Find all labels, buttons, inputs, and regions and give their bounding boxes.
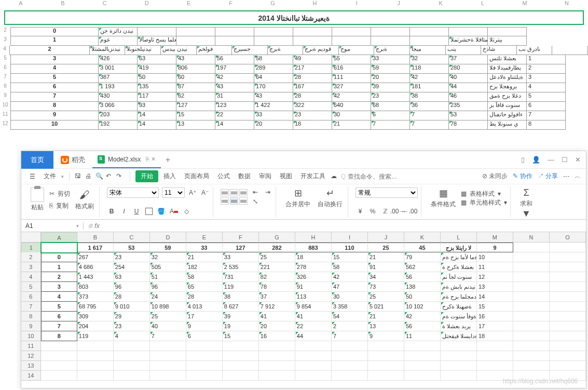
cell[interactable] bbox=[441, 371, 477, 381]
cell[interactable]: 2 bbox=[332, 321, 368, 331]
cell[interactable] bbox=[513, 341, 550, 351]
cell[interactable]: 9 854 bbox=[295, 302, 332, 312]
cell[interactable]: 309 bbox=[77, 312, 114, 321]
col-header[interactable]: C bbox=[114, 232, 150, 242]
cell[interactable] bbox=[150, 351, 186, 361]
redo-icon[interactable]: ↷ bbox=[116, 172, 125, 181]
cell[interactable]: سنوت لجأ نم bbox=[441, 272, 477, 282]
cell[interactable] bbox=[41, 243, 77, 253]
save-icon[interactable]: 🖫 bbox=[75, 172, 83, 181]
cell[interactable]: 4 bbox=[41, 292, 77, 302]
clear-format[interactable]: ◇ bbox=[182, 207, 191, 216]
border-button[interactable] bbox=[144, 207, 154, 216]
cell[interactable] bbox=[550, 331, 586, 341]
col-header[interactable]: L bbox=[441, 232, 477, 242]
cell[interactable] bbox=[550, 252, 586, 262]
increase-font[interactable]: A⁺ bbox=[188, 188, 197, 197]
cell[interactable]: 883 bbox=[295, 243, 332, 252]
cell[interactable] bbox=[77, 341, 114, 351]
row-header[interactable]: 10 bbox=[21, 331, 41, 341]
window-maximize[interactable]: ☐ bbox=[562, 156, 568, 164]
orientation[interactable]: ⤡ bbox=[251, 197, 260, 206]
cell[interactable] bbox=[295, 371, 332, 381]
cell[interactable]: 28 bbox=[186, 292, 223, 302]
cell[interactable]: 3 358 bbox=[332, 302, 368, 312]
cell[interactable]: 96 bbox=[150, 282, 186, 292]
cell[interactable]: 25 bbox=[259, 252, 295, 262]
cell[interactable] bbox=[368, 341, 404, 351]
table-style-button[interactable]: ▦ 表格样式 ▾ bbox=[461, 190, 507, 198]
cell[interactable]: 4 bbox=[114, 331, 150, 341]
cell[interactable] bbox=[41, 361, 77, 371]
align-buttons[interactable] bbox=[221, 189, 248, 205]
cell[interactable]: 12 bbox=[477, 272, 513, 282]
cell[interactable] bbox=[259, 341, 295, 351]
cell[interactable]: 21 bbox=[368, 312, 404, 321]
cell[interactable]: 204 bbox=[77, 321, 114, 331]
cell[interactable] bbox=[223, 341, 259, 351]
collab-button[interactable]: ✎ 协作 bbox=[513, 172, 532, 181]
cell[interactable]: 37 bbox=[259, 292, 295, 302]
cell[interactable] bbox=[513, 243, 550, 252]
cell[interactable]: 278 bbox=[295, 262, 332, 272]
menu-btn[interactable]: ☰ bbox=[26, 172, 38, 181]
menu-dev[interactable]: 开发工具 bbox=[297, 171, 329, 182]
row-header[interactable]: 14 bbox=[21, 371, 41, 381]
cell[interactable]: 32 bbox=[150, 252, 186, 262]
cell[interactable]: 7 bbox=[332, 331, 368, 341]
cell[interactable] bbox=[41, 341, 77, 351]
cell[interactable]: 25 bbox=[368, 292, 404, 302]
cell[interactable] bbox=[477, 351, 513, 361]
col-header[interactable]: N bbox=[513, 232, 550, 242]
cell[interactable] bbox=[513, 312, 550, 321]
cell[interactable]: 9 bbox=[368, 331, 404, 341]
cell[interactable] bbox=[186, 341, 223, 351]
cell[interactable]: 59 bbox=[150, 243, 186, 252]
cell[interactable] bbox=[295, 351, 332, 361]
cell[interactable] bbox=[404, 341, 441, 351]
cell[interactable] bbox=[368, 351, 404, 361]
cell[interactable]: 17 bbox=[477, 321, 513, 331]
cell[interactable]: 16 bbox=[477, 312, 513, 321]
cell[interactable]: 119 bbox=[223, 282, 259, 292]
window-minimize[interactable]: — bbox=[548, 156, 554, 164]
cell[interactable]: 91 bbox=[295, 282, 332, 292]
nosync-button[interactable]: ⊘ 未同步 bbox=[482, 172, 508, 181]
cell[interactable]: 9 010 bbox=[114, 302, 150, 312]
cell[interactable] bbox=[513, 302, 550, 312]
underline-button[interactable]: U bbox=[132, 207, 141, 216]
cell[interactable] bbox=[259, 371, 295, 381]
cell[interactable]: 51 bbox=[150, 272, 186, 282]
format-painter[interactable]: 🖌格式刷 bbox=[73, 189, 96, 211]
window-close[interactable]: ✕ bbox=[575, 156, 581, 164]
cell[interactable]: 58 bbox=[186, 272, 223, 282]
italic-button[interactable]: I bbox=[119, 207, 129, 216]
wrap-button[interactable]: ↵自动换行 bbox=[316, 187, 345, 209]
cell[interactable] bbox=[550, 351, 586, 361]
cell[interactable]: 21 bbox=[186, 252, 223, 262]
copy-icon[interactable]: ⎘ bbox=[49, 202, 53, 209]
cell[interactable] bbox=[477, 361, 513, 371]
cell[interactable]: 254 bbox=[114, 262, 150, 272]
cell[interactable]: 1 443 bbox=[77, 272, 114, 282]
share-button[interactable]: ↗ 分享 bbox=[538, 172, 558, 181]
cell[interactable]: 7 bbox=[150, 331, 186, 341]
new-tab-button[interactable]: + bbox=[161, 155, 174, 165]
cell[interactable]: 39 bbox=[223, 312, 259, 321]
cell[interactable]: 7 912 bbox=[259, 302, 295, 312]
preview-icon[interactable]: 🔍 bbox=[95, 172, 104, 181]
cell[interactable] bbox=[150, 341, 186, 351]
cell[interactable]: 15 bbox=[477, 302, 513, 312]
cell[interactable] bbox=[513, 282, 550, 292]
cell[interactable]: 14 bbox=[477, 292, 513, 302]
cell[interactable]: 10 898 bbox=[150, 302, 186, 312]
fx-icon[interactable]: fx bbox=[84, 222, 104, 230]
cell[interactable] bbox=[368, 361, 404, 371]
cell[interactable]: 15 bbox=[223, 331, 259, 341]
cell[interactable]: لا رايتلا بزح bbox=[441, 243, 477, 252]
col-header[interactable]: E bbox=[186, 232, 223, 242]
comma-icon[interactable]: ℤ bbox=[380, 207, 390, 216]
cell[interactable]: 11 bbox=[404, 331, 441, 341]
cell[interactable]: 13 bbox=[368, 321, 404, 331]
cell[interactable] bbox=[77, 371, 114, 381]
